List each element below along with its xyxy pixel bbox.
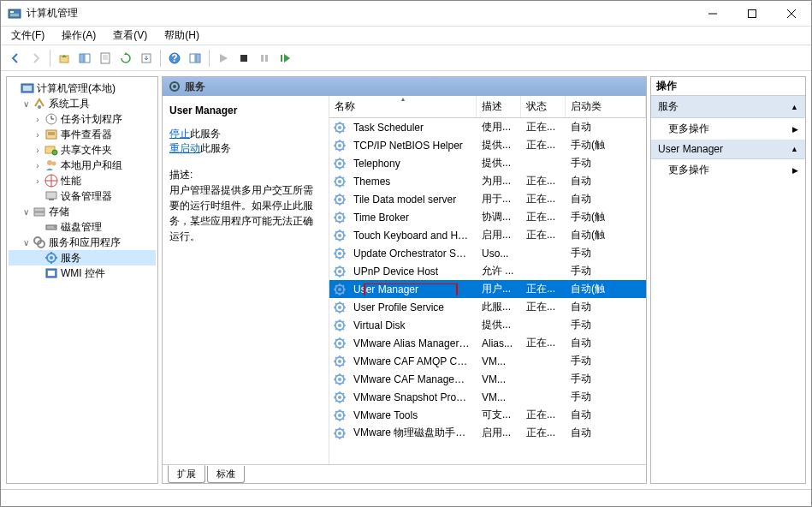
tree-services-apps[interactable]: ∨服务和应用程序 <box>9 235 156 250</box>
actions-header: 操作 <box>651 77 805 96</box>
service-row[interactable]: Telephony提供...手动 <box>329 154 646 172</box>
service-name: Touch Keyboard and Ha... <box>348 230 477 242</box>
back-button[interactable] <box>6 49 25 68</box>
service-status: 正在... <box>521 336 566 350</box>
forward-button[interactable] <box>27 49 45 68</box>
service-name: Tile Data model server <box>348 194 477 206</box>
arrow-right-icon: ▶ <box>792 125 798 134</box>
action-pane-button[interactable] <box>186 49 204 68</box>
service-status: 正在... <box>521 408 566 422</box>
actions-more-2[interactable]: 更多操作▶ <box>651 159 805 181</box>
service-row[interactable]: Time Broker协调...正在...手动(触 <box>329 208 646 226</box>
up-button[interactable] <box>55 49 74 68</box>
description-label: 描述: <box>169 168 322 182</box>
svg-rect-40 <box>46 192 56 199</box>
service-row[interactable]: VMware Snapshot Provid...VM...手动 <box>329 388 646 406</box>
help-button[interactable]: ? <box>165 49 184 68</box>
column-desc[interactable]: 描述 <box>477 96 521 117</box>
stop-service-button[interactable] <box>234 49 253 68</box>
stop-link[interactable]: 停止 <box>169 128 190 140</box>
maximize-button[interactable] <box>732 1 772 27</box>
actions-pane: 操作 服务▲ 更多操作▶ User Manager▲ 更多操作▶ <box>650 76 806 484</box>
tab-extended[interactable]: 扩展 <box>168 465 205 483</box>
menu-view[interactable]: 查看(V) <box>108 27 152 45</box>
menu-help[interactable]: 帮助(H) <box>159 27 204 45</box>
service-row[interactable]: VMware CAF Manageme...VM...手动 <box>329 370 646 388</box>
services-list: ▴名称 描述 状态 启动类 Task Scheduler使用...正在...自动… <box>329 96 646 464</box>
service-row[interactable]: TCP/IP NetBIOS Helper提供...正在...手动(触 <box>329 136 646 154</box>
svg-rect-43 <box>34 212 44 216</box>
toolbar: ? <box>1 45 811 71</box>
tab-standard[interactable]: 标准 <box>207 466 245 483</box>
service-row[interactable]: User Profile Service此服...正在...自动 <box>329 298 646 316</box>
gear-icon <box>333 409 347 422</box>
svg-rect-21 <box>261 55 264 62</box>
service-name: VMware Alias Manager a... <box>348 337 477 349</box>
tree-wmi[interactable]: WMI 控件 <box>9 265 156 281</box>
service-row[interactable]: Themes为用...正在...自动 <box>329 172 646 190</box>
tree-task-scheduler[interactable]: ›任务计划程序 <box>9 111 156 127</box>
service-row[interactable]: VMware Alias Manager a...Alias...正在...自动 <box>329 334 646 352</box>
column-name[interactable]: ▴名称 <box>329 96 477 117</box>
tree-shared-folders[interactable]: ›共享文件夹 <box>9 142 156 158</box>
gear-icon <box>333 229 347 242</box>
gear-icon <box>333 301 347 314</box>
svg-rect-19 <box>196 54 200 63</box>
restart-service-button[interactable] <box>276 49 294 68</box>
menu-file[interactable]: 文件(F) <box>6 27 50 45</box>
service-startup: 手动 <box>566 318 646 332</box>
tree-local-users[interactable]: ›本地用户和组 <box>9 158 156 173</box>
tree-disk-management[interactable]: 磁盘管理 <box>9 219 156 235</box>
service-row[interactable]: Update Orchestrator Ser...Uso...手动 <box>329 244 646 262</box>
start-service-button[interactable] <box>214 49 233 68</box>
service-name: UPnP Device Host <box>348 265 477 277</box>
service-row[interactable]: VMware CAF AMQP Com...VM...手动 <box>329 352 646 370</box>
refresh-button[interactable] <box>116 49 135 68</box>
close-button[interactable] <box>772 1 811 27</box>
actions-more-1[interactable]: 更多操作▶ <box>651 118 805 140</box>
restart-link[interactable]: 重启动 <box>169 142 200 154</box>
service-startup: 手动(触 <box>566 210 646 224</box>
actions-group-user-manager[interactable]: User Manager▲ <box>651 140 805 159</box>
service-row[interactable]: Virtual Disk提供...手动 <box>329 316 646 334</box>
tree-root[interactable]: 计算机管理(本地) <box>9 81 156 96</box>
gear-icon <box>333 355 347 368</box>
svg-rect-42 <box>34 208 44 212</box>
service-row[interactable]: VMware 物理磁盘助手服务启用...正在...自动 <box>329 424 646 442</box>
service-row[interactable]: VMware Tools可支...正在...自动 <box>329 406 646 424</box>
svg-rect-20 <box>240 55 247 62</box>
actions-group-services[interactable]: 服务▲ <box>651 96 805 118</box>
service-row[interactable]: Touch Keyboard and Ha...启用...正在...自动(触 <box>329 226 646 244</box>
properties-button[interactable] <box>96 49 115 68</box>
tree-device-manager[interactable]: 设备管理器 <box>9 188 156 204</box>
tree-system-tools[interactable]: ∨系统工具 <box>9 96 156 111</box>
collapse-icon: ▲ <box>791 103 798 111</box>
service-desc: 启用... <box>477 228 521 242</box>
service-desc: 协调... <box>477 210 521 224</box>
tree-services[interactable]: 服务 <box>9 250 156 265</box>
service-row[interactable]: UPnP Device Host允许 ...手动 <box>329 262 646 280</box>
service-name: Task Scheduler <box>348 122 477 134</box>
show-hide-tree-button[interactable] <box>75 49 94 68</box>
service-desc: 允许 ... <box>477 264 521 278</box>
service-status: 正在... <box>521 228 566 242</box>
service-name: User Manager <box>348 283 477 295</box>
service-row[interactable]: Task Scheduler使用...正在...自动 <box>329 118 646 136</box>
service-startup: 手动(触 <box>566 138 646 152</box>
minimize-button[interactable] <box>693 1 732 27</box>
tree-event-viewer[interactable]: ›事件查看器 <box>9 127 156 142</box>
app-icon <box>8 7 21 21</box>
service-desc: 为用... <box>477 174 521 188</box>
tree-pane: 计算机管理(本地) ∨系统工具 ›任务计划程序 ›事件查看器 ›共享文件夹 ›本… <box>6 76 158 484</box>
service-row[interactable]: Tile Data model server用于...正在...自动 <box>329 190 646 208</box>
menu-action[interactable]: 操作(A) <box>56 27 101 45</box>
tree-performance[interactable]: ›性能 <box>9 173 156 188</box>
tree-storage[interactable]: ∨存储 <box>9 204 156 219</box>
pause-service-button[interactable] <box>255 49 274 68</box>
column-status[interactable]: 状态 <box>521 96 566 117</box>
gear-icon <box>333 373 347 386</box>
column-startup[interactable]: 启动类 <box>566 96 646 117</box>
export-button[interactable] <box>137 49 156 68</box>
statusbar <box>1 489 811 506</box>
service-row[interactable]: User Manager用户...正在...自动(触 <box>329 280 646 298</box>
